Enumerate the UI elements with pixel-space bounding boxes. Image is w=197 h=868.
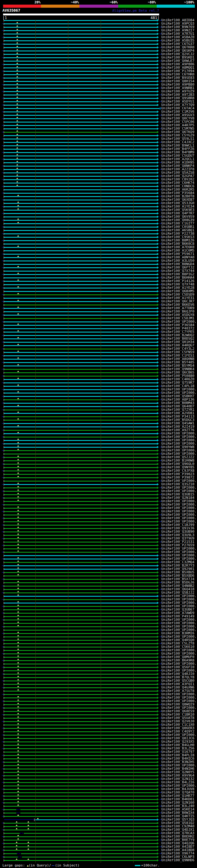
hit-arrowhead [157,246,159,248]
hit-arrowhead [157,117,159,120]
bar-start-tick [4,585,4,587]
query-gap-marker-icon [16,164,18,165]
hit-bar [4,569,157,570]
hit-arrowhead [157,127,159,130]
subject-overhang-dash [2,206,3,207]
hit-bar [4,81,157,82]
hit-arrowhead [157,56,159,59]
query-gap-marker-icon [16,29,18,30]
bar-start-tick [4,609,4,611]
hit-arrowhead [157,710,159,713]
bar-start-tick [4,341,4,343]
query-gap-marker-icon [16,181,18,182]
bar-start-tick [4,466,4,469]
hit-arrowhead [157,351,159,353]
bar-start-tick [4,687,4,689]
subject-overhang-dash [2,78,3,78]
bar-start-tick [4,189,4,191]
query-gap-marker-icon [16,154,18,155]
hit-arrowhead [157,39,159,42]
hit-arrowhead [157,683,159,685]
query-gap-marker-icon [17,445,19,446]
subject-overhang-dash [2,335,3,336]
hit-arrowhead [157,19,159,22]
hit-bar [4,247,157,248]
hit-arrowhead [157,845,159,848]
bar-start-tick [4,223,4,225]
query-gap-marker-icon [16,141,18,142]
hit-arrowhead [157,324,159,327]
bar-start-tick [4,256,4,259]
hit-arrowhead [157,442,159,445]
hit-bar [4,545,157,546]
hit-bar [4,206,157,207]
hit-arrowhead [157,849,159,851]
query-gap-marker-icon [17,547,19,548]
query-gap-marker-icon [17,770,19,772]
bar-start-tick [4,460,4,462]
hit-arrowhead [157,609,159,611]
bar-start-tick [4,748,4,750]
query-gap-marker-icon [17,645,19,646]
bar-start-tick [4,53,4,55]
bar-start-tick [4,202,4,205]
hit-bar [4,836,157,837]
hit-bar [4,138,157,140]
bar-start-tick [4,128,4,130]
hit-bar [4,176,157,177]
query-gap-marker-icon [17,709,19,711]
query-gap-marker-icon [17,509,19,511]
hit-arrowhead [157,449,159,452]
hit-bar [4,823,157,824]
bar-start-tick [4,311,4,313]
bar-start-tick [4,619,4,621]
hit-arrowhead [157,751,159,753]
bar-start-tick [4,175,4,177]
bar-start-tick [4,372,4,374]
query-gap-marker-icon [17,713,19,714]
hit-bar [4,257,157,258]
bar-start-tick [4,162,4,164]
subject-overhang-dash [2,348,3,349]
bar-start-tick [4,185,4,188]
bar-start-tick [4,172,4,174]
gridline-100char-4 [133,20,134,863]
hit-arrowhead [157,561,159,563]
hit-bar [4,772,157,773]
query-gap-marker-icon [27,821,29,823]
hit-arrowhead [157,754,159,756]
query-gap-marker-icon [17,364,19,365]
subject-overhang-dash [2,234,3,234]
hit-bar [4,515,157,516]
hit-bar [4,541,157,542]
subject-overhang-dash [2,572,3,573]
hit-bar [4,454,157,455]
query-gap-marker-icon [16,96,18,98]
bar-start-tick [4,795,4,797]
hit-bar [4,311,157,312]
hit-arrowhead [157,327,159,330]
bar-start-tick [4,852,4,855]
hit-arrowhead [157,344,159,347]
bar-start-tick [4,433,4,435]
bar-start-tick [4,124,4,127]
subject-overhang-dash [2,633,3,634]
subject-overhang-dash [2,701,3,702]
bar-start-tick [4,199,4,201]
bar-start-tick [4,805,4,807]
bar-start-tick [4,463,4,465]
bar-start-tick [4,575,4,577]
query-gap-marker-icon [16,69,18,70]
hit-arrowhead [157,77,159,79]
bar-start-tick [4,70,4,72]
bar-start-tick [4,73,4,76]
hit-bar [4,559,157,559]
hit-arrowhead [157,161,159,164]
query-gap-marker-icon [17,767,19,768]
bar-start-tick [4,107,4,110]
query-gap-marker-icon [27,828,29,829]
bar-start-tick [4,636,4,638]
hit-arrowhead [157,216,159,218]
query-gap-marker-icon [17,594,19,595]
key-label-20: 20% [34,0,41,4]
